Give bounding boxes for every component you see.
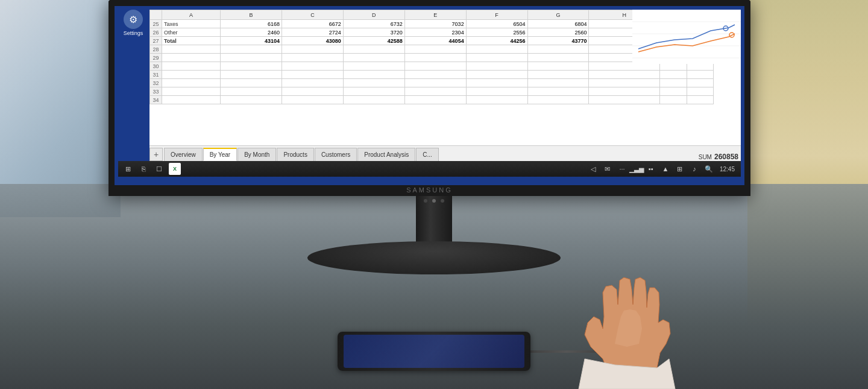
- cell[interactable]: [281, 54, 343, 62]
- phone: [338, 332, 530, 371]
- taskview-icon[interactable]: ⎘: [137, 163, 149, 175]
- excel-taskbar-icon[interactable]: X: [169, 163, 181, 175]
- cell[interactable]: [466, 87, 527, 96]
- cell[interactable]: 2304: [404, 28, 466, 37]
- cell[interactable]: [404, 62, 466, 71]
- empty-cell[interactable]: [687, 79, 714, 87]
- tab-overview[interactable]: Overview: [164, 148, 203, 161]
- cell[interactable]: [343, 96, 404, 104]
- row-number: 32: [150, 79, 162, 87]
- back-icon[interactable]: ◁: [587, 163, 599, 175]
- tab-product-analysis[interactable]: Product Analysis: [357, 148, 415, 161]
- empty-cell[interactable]: [660, 79, 687, 87]
- cell[interactable]: [221, 96, 282, 104]
- tab-by-month[interactable]: By Month: [237, 148, 276, 161]
- cell[interactable]: 44054: [404, 37, 466, 45]
- settings-icon[interactable]: ⚙: [124, 10, 143, 29]
- cell[interactable]: [343, 87, 404, 96]
- cell[interactable]: [281, 45, 343, 54]
- cell[interactable]: [466, 54, 527, 62]
- cell[interactable]: [404, 79, 466, 87]
- tab-products[interactable]: Products: [277, 148, 313, 161]
- cell[interactable]: 2556: [466, 28, 527, 37]
- more-icon[interactable]: ···: [616, 163, 628, 175]
- cell[interactable]: [527, 79, 589, 87]
- cell[interactable]: [281, 96, 343, 104]
- empty-cell[interactable]: [660, 96, 687, 104]
- tab-by-year[interactable]: By Year: [203, 148, 237, 161]
- cell[interactable]: 6672: [281, 20, 343, 28]
- cell[interactable]: [343, 45, 404, 54]
- empty-cell[interactable]: [687, 96, 714, 104]
- cell[interactable]: 6804: [527, 20, 589, 28]
- cell[interactable]: [466, 96, 527, 104]
- start-icon[interactable]: ⊞: [122, 163, 134, 175]
- cell[interactable]: 3720: [343, 28, 404, 37]
- cell[interactable]: 6504: [466, 20, 527, 28]
- mail-icon[interactable]: ✉: [602, 163, 614, 175]
- cell[interactable]: [221, 79, 282, 87]
- cell[interactable]: 44256: [466, 37, 527, 45]
- cell[interactable]: [527, 54, 589, 62]
- cell[interactable]: [281, 79, 343, 87]
- cell[interactable]: [466, 45, 527, 54]
- phone-screen: [344, 335, 524, 368]
- cell[interactable]: [466, 79, 527, 87]
- cell[interactable]: 6732: [343, 20, 404, 28]
- empty-cell[interactable]: [687, 71, 714, 79]
- cell[interactable]: [404, 71, 466, 79]
- cell[interactable]: [221, 62, 282, 71]
- table-row: 31: [150, 71, 741, 79]
- tab-customers[interactable]: Customers: [315, 148, 357, 161]
- cell[interactable]: [404, 45, 466, 54]
- cell[interactable]: [404, 96, 466, 104]
- cell[interactable]: [589, 87, 660, 96]
- cell[interactable]: [527, 45, 589, 54]
- cell[interactable]: [281, 71, 343, 79]
- volume-icon[interactable]: ♪: [688, 163, 700, 175]
- cell[interactable]: [221, 71, 282, 79]
- empty-cell[interactable]: [660, 87, 687, 96]
- cell[interactable]: [343, 62, 404, 71]
- cell[interactable]: [589, 96, 660, 104]
- row-number: 26: [150, 28, 162, 37]
- brightness-icon[interactable]: ▲: [659, 163, 671, 175]
- col-a: A: [162, 10, 221, 20]
- cell[interactable]: [589, 79, 660, 87]
- cell[interactable]: 2724: [281, 28, 343, 37]
- cell[interactable]: 2560: [527, 28, 589, 37]
- empty-cell[interactable]: [660, 71, 687, 79]
- cell[interactable]: [343, 79, 404, 87]
- cell[interactable]: 2460: [221, 28, 282, 37]
- cell[interactable]: 43080: [281, 37, 343, 45]
- cell[interactable]: [404, 54, 466, 62]
- cell[interactable]: [404, 87, 466, 96]
- cell[interactable]: [527, 96, 589, 104]
- cell[interactable]: [343, 71, 404, 79]
- cell[interactable]: [589, 71, 660, 79]
- col-header-row: [150, 10, 162, 20]
- cell[interactable]: [221, 54, 282, 62]
- cell[interactable]: [466, 71, 527, 79]
- cell[interactable]: [281, 62, 343, 71]
- cell[interactable]: 7032: [404, 20, 466, 28]
- cell[interactable]: [221, 45, 282, 54]
- cell[interactable]: [527, 62, 589, 71]
- row-number: 29: [150, 54, 162, 62]
- add-sheet-button[interactable]: +: [149, 148, 163, 161]
- cell[interactable]: [527, 71, 589, 79]
- cell[interactable]: [466, 62, 527, 71]
- cell[interactable]: [527, 87, 589, 96]
- empty-cell[interactable]: [687, 87, 714, 96]
- search-icon[interactable]: 🔍: [703, 163, 715, 175]
- cell[interactable]: [221, 87, 282, 96]
- cell[interactable]: 43770: [527, 37, 589, 45]
- cell[interactable]: [343, 54, 404, 62]
- tab-other[interactable]: C...: [416, 148, 439, 161]
- cell[interactable]: 42588: [343, 37, 404, 45]
- cell[interactable]: 43104: [221, 37, 282, 45]
- dot-2: [432, 199, 436, 203]
- cell[interactable]: 6168: [221, 20, 282, 28]
- cell[interactable]: [281, 87, 343, 96]
- desktop-icon[interactable]: ☐: [153, 163, 165, 175]
